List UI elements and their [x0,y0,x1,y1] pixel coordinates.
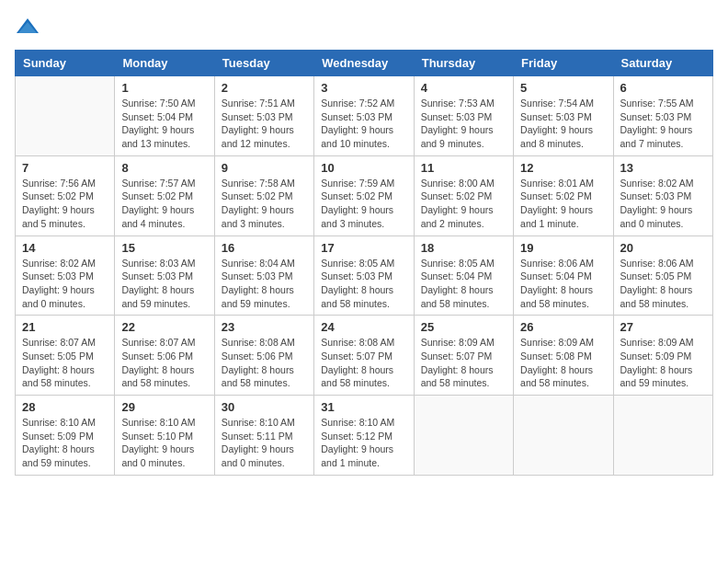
page-header [15,15,713,40]
day-cell: 18Sunrise: 8:05 AMSunset: 5:04 PMDayligh… [414,236,513,316]
weekday-header-saturday: Saturday [613,51,712,76]
day-number: 26 [520,320,606,334]
day-number: 9 [222,161,307,175]
day-info: Sunrise: 7:50 AMSunset: 5:04 PMDaylight:… [121,97,207,151]
weekday-header-wednesday: Wednesday [314,51,414,76]
week-row-5: 28Sunrise: 8:10 AMSunset: 5:09 PMDayligh… [16,396,713,476]
day-cell [514,396,613,476]
day-number: 27 [620,320,706,334]
day-info: Sunrise: 7:58 AMSunset: 5:02 PMDaylight:… [222,177,307,231]
day-cell: 1Sunrise: 7:50 AMSunset: 5:04 PMDaylight… [115,76,214,156]
day-cell: 2Sunrise: 7:51 AMSunset: 5:03 PMDaylight… [214,76,313,156]
day-info: Sunrise: 8:08 AMSunset: 5:06 PMDaylight:… [222,336,307,390]
day-info: Sunrise: 8:07 AMSunset: 5:05 PMDaylight:… [22,336,108,390]
day-cell: 31Sunrise: 8:10 AMSunset: 5:12 PMDayligh… [314,396,414,476]
day-cell: 12Sunrise: 8:01 AMSunset: 5:02 PMDayligh… [514,155,613,236]
day-number: 6 [620,81,706,95]
weekday-header-tuesday: Tuesday [214,51,313,76]
day-number: 1 [121,81,207,95]
day-number: 19 [520,241,606,255]
day-number: 21 [22,320,108,334]
day-info: Sunrise: 8:07 AMSunset: 5:06 PMDaylight:… [121,336,207,390]
day-number: 3 [321,81,406,95]
day-number: 11 [421,161,506,175]
week-row-3: 14Sunrise: 8:02 AMSunset: 5:03 PMDayligh… [16,236,713,316]
day-cell: 3Sunrise: 7:52 AMSunset: 5:03 PMDaylight… [314,76,414,156]
day-number: 23 [222,320,307,334]
day-cell: 21Sunrise: 8:07 AMSunset: 5:05 PMDayligh… [16,316,115,396]
week-row-1: 1Sunrise: 7:50 AMSunset: 5:04 PMDaylight… [16,76,713,156]
day-info: Sunrise: 8:10 AMSunset: 5:09 PMDaylight:… [22,416,108,470]
weekday-header-thursday: Thursday [414,51,513,76]
day-number: 29 [121,400,207,414]
day-info: Sunrise: 8:10 AMSunset: 5:11 PMDaylight:… [222,416,307,470]
day-cell: 23Sunrise: 8:08 AMSunset: 5:06 PMDayligh… [214,316,313,396]
day-cell: 26Sunrise: 8:09 AMSunset: 5:08 PMDayligh… [514,316,613,396]
logo-icon [15,15,40,40]
day-info: Sunrise: 8:05 AMSunset: 5:04 PMDaylight:… [421,257,506,311]
day-cell: 22Sunrise: 8:07 AMSunset: 5:06 PMDayligh… [115,316,214,396]
day-info: Sunrise: 8:02 AMSunset: 5:03 PMDaylight:… [22,257,108,311]
day-cell: 27Sunrise: 8:09 AMSunset: 5:09 PMDayligh… [613,316,712,396]
day-info: Sunrise: 8:05 AMSunset: 5:03 PMDaylight:… [321,257,406,311]
day-info: Sunrise: 8:06 AMSunset: 5:04 PMDaylight:… [520,257,606,311]
day-info: Sunrise: 8:09 AMSunset: 5:07 PMDaylight:… [421,336,506,390]
day-number: 18 [421,241,506,255]
day-info: Sunrise: 8:10 AMSunset: 5:12 PMDaylight:… [321,416,406,470]
day-info: Sunrise: 8:01 AMSunset: 5:02 PMDaylight:… [520,177,606,231]
day-cell: 5Sunrise: 7:54 AMSunset: 5:03 PMDaylight… [514,76,613,156]
day-info: Sunrise: 7:54 AMSunset: 5:03 PMDaylight:… [520,97,606,151]
day-info: Sunrise: 8:08 AMSunset: 5:07 PMDaylight:… [321,336,406,390]
day-info: Sunrise: 7:55 AMSunset: 5:03 PMDaylight:… [620,97,706,151]
day-number: 16 [222,241,307,255]
day-cell: 8Sunrise: 7:57 AMSunset: 5:02 PMDaylight… [115,155,214,236]
weekday-header-monday: Monday [115,51,214,76]
day-number: 30 [222,400,307,414]
day-info: Sunrise: 8:10 AMSunset: 5:10 PMDaylight:… [121,416,207,470]
weekday-header-sunday: Sunday [16,51,115,76]
day-cell: 29Sunrise: 8:10 AMSunset: 5:10 PMDayligh… [115,396,214,476]
day-cell [16,76,115,156]
day-cell: 24Sunrise: 8:08 AMSunset: 5:07 PMDayligh… [314,316,414,396]
weekday-header-row: SundayMondayTuesdayWednesdayThursdayFrid… [16,51,713,76]
day-number: 15 [121,241,207,255]
day-cell: 25Sunrise: 8:09 AMSunset: 5:07 PMDayligh… [414,316,513,396]
day-cell: 7Sunrise: 7:56 AMSunset: 5:02 PMDaylight… [16,155,115,236]
week-row-2: 7Sunrise: 7:56 AMSunset: 5:02 PMDaylight… [16,155,713,236]
day-number: 17 [321,241,406,255]
day-cell: 13Sunrise: 8:02 AMSunset: 5:03 PMDayligh… [613,155,712,236]
day-cell: 11Sunrise: 8:00 AMSunset: 5:02 PMDayligh… [414,155,513,236]
day-info: Sunrise: 7:56 AMSunset: 5:02 PMDaylight:… [22,177,108,231]
day-number: 7 [22,161,108,175]
day-number: 10 [321,161,406,175]
day-cell: 17Sunrise: 8:05 AMSunset: 5:03 PMDayligh… [314,236,414,316]
day-cell [414,396,513,476]
day-number: 20 [620,241,706,255]
day-cell: 4Sunrise: 7:53 AMSunset: 5:03 PMDaylight… [414,76,513,156]
day-cell: 9Sunrise: 7:58 AMSunset: 5:02 PMDaylight… [214,155,313,236]
weekday-header-friday: Friday [514,51,613,76]
day-cell: 19Sunrise: 8:06 AMSunset: 5:04 PMDayligh… [514,236,613,316]
day-cell: 15Sunrise: 8:03 AMSunset: 5:03 PMDayligh… [115,236,214,316]
day-cell: 28Sunrise: 8:10 AMSunset: 5:09 PMDayligh… [16,396,115,476]
day-number: 22 [121,320,207,334]
day-info: Sunrise: 8:04 AMSunset: 5:03 PMDaylight:… [222,257,307,311]
day-number: 14 [22,241,108,255]
day-number: 4 [421,81,506,95]
day-number: 13 [620,161,706,175]
day-info: Sunrise: 7:51 AMSunset: 5:03 PMDaylight:… [222,97,307,151]
day-info: Sunrise: 7:53 AMSunset: 5:03 PMDaylight:… [421,97,506,151]
day-info: Sunrise: 7:52 AMSunset: 5:03 PMDaylight:… [321,97,406,151]
day-number: 5 [520,81,606,95]
day-info: Sunrise: 7:59 AMSunset: 5:02 PMDaylight:… [321,177,406,231]
logo [15,15,44,40]
day-info: Sunrise: 8:06 AMSunset: 5:05 PMDaylight:… [620,257,706,311]
day-cell [613,396,712,476]
day-info: Sunrise: 8:02 AMSunset: 5:03 PMDaylight:… [620,177,706,231]
week-row-4: 21Sunrise: 8:07 AMSunset: 5:05 PMDayligh… [16,316,713,396]
day-number: 24 [321,320,406,334]
day-info: Sunrise: 7:57 AMSunset: 5:02 PMDaylight:… [121,177,207,231]
day-number: 12 [520,161,606,175]
day-cell: 10Sunrise: 7:59 AMSunset: 5:02 PMDayligh… [314,155,414,236]
day-cell: 20Sunrise: 8:06 AMSunset: 5:05 PMDayligh… [613,236,712,316]
